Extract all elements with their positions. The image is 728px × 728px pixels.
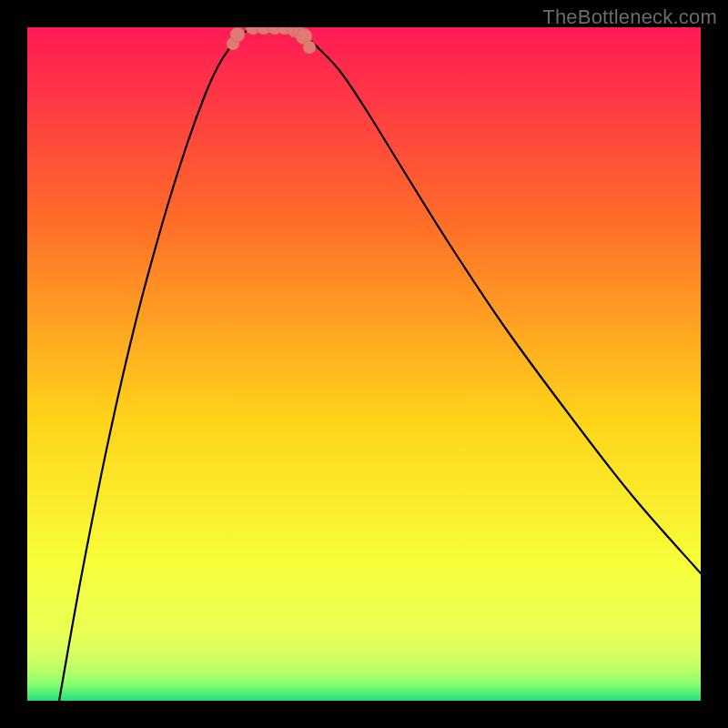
marker-point xyxy=(230,27,245,42)
right-curve xyxy=(264,27,701,573)
plot-area xyxy=(27,27,701,701)
marker-group xyxy=(227,27,316,54)
chart-curves xyxy=(27,27,701,701)
chart-frame: TheBottleneck.com xyxy=(0,0,728,728)
marker-point xyxy=(303,41,316,54)
watermark-text: TheBottleneck.com xyxy=(542,5,717,29)
left-curve xyxy=(59,27,264,701)
